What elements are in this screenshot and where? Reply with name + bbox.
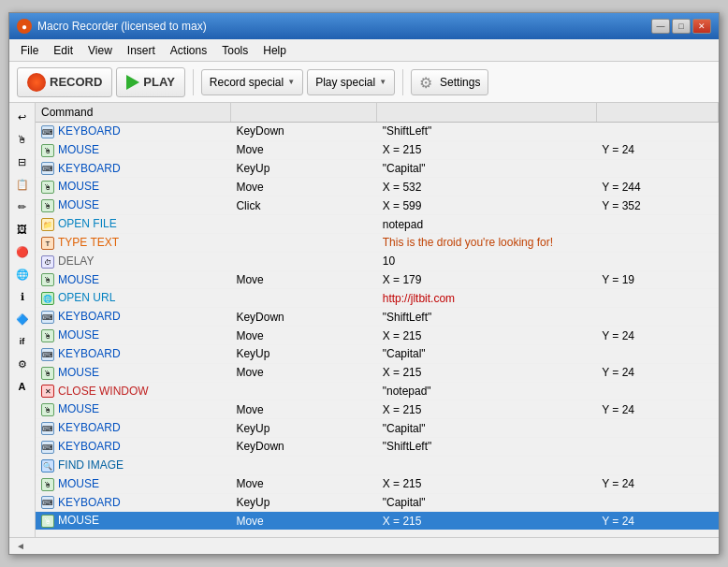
cell-action [230, 233, 376, 252]
row-icon: 📁 [41, 218, 54, 231]
table-row[interactable]: 🖱MOUSEMoveX = 215Y = 24 [36, 363, 719, 382]
table-row[interactable]: 🖱MOUSEMoveX = 215Y = 24 [36, 400, 719, 419]
cell-command-text: TYPE TEXT [58, 236, 119, 249]
play-button[interactable]: PLAY [116, 67, 184, 97]
table-row[interactable]: ⌨KEYBOARDKeyUp"Capital" [36, 419, 719, 438]
record-special-button[interactable]: Record special ▼ [201, 69, 303, 95]
row-icon: 🖱 [41, 367, 54, 380]
table-row[interactable]: 🖱MOUSEMoveX = 215Y = 24 [36, 474, 719, 493]
left-tool-shape[interactable]: 🔷 [12, 309, 33, 329]
menu-help[interactable]: Help [255, 42, 294, 59]
cell-command-text: MOUSE [58, 180, 99, 193]
menu-file[interactable]: File [13, 42, 46, 59]
column-header-param1 [377, 103, 596, 123]
left-tool-text[interactable]: A [12, 376, 33, 397]
cell-param1: "notepad" [377, 382, 596, 400]
play-label: PLAY [143, 75, 174, 89]
cell-command: ⏱DELAY [36, 252, 230, 270]
maximize-button[interactable]: □ [672, 19, 691, 34]
cell-param1: X = 215 [377, 512, 596, 531]
play-special-button[interactable]: Play special ▼ [307, 69, 395, 95]
table-row[interactable]: ⌨KEYBOARDKeyUp"Capital" [36, 344, 719, 363]
cell-param2 [596, 289, 718, 308]
table-row[interactable]: 🖱MOUSEMoveX = 215Y = 24 [36, 512, 719, 531]
cell-command-text: OPEN URL [58, 291, 115, 304]
command-table: Command ⌨KEYBOARDKeyDown"ShiftLeft"🖱MOUS… [36, 103, 719, 531]
table-container[interactable]: Command ⌨KEYBOARDKeyDown"ShiftLeft"🖱MOUS… [36, 103, 719, 537]
menu-edit[interactable]: Edit [46, 42, 80, 59]
cell-command: 🔍FIND IMAGE [36, 456, 230, 474]
table-row[interactable]: ⏱DELAY10 [36, 252, 719, 270]
close-button[interactable]: ✕ [692, 19, 711, 34]
cell-param1: X = 215 [377, 327, 596, 345]
row-icon: ✕ [41, 385, 54, 398]
cell-param1: http://jltbit.com [377, 289, 596, 308]
table-row[interactable]: 🖱MOUSEMoveX = 532Y = 244 [36, 178, 719, 196]
left-tool-record[interactable]: 🔴 [12, 241, 33, 262]
left-tool-minus[interactable]: ⊟ [12, 152, 33, 172]
menu-tools[interactable]: Tools [214, 42, 255, 59]
cell-command-text: MOUSE [58, 328, 99, 342]
table-row[interactable]: ⌨KEYBOARDKeyDown"ShiftLeft" [36, 308, 719, 327]
cell-command-text: KEYBOARD [58, 162, 121, 175]
left-tool-image[interactable]: 🖼 [12, 219, 33, 240]
table-row[interactable]: 🖱MOUSEMoveX = 215Y = 24 [36, 327, 719, 345]
table-row[interactable]: ✕CLOSE WINDOW"notepad" [36, 382, 719, 400]
left-tool-undo[interactable]: ↩ [12, 107, 33, 127]
table-row[interactable]: 🖱MOUSEMoveX = 179Y = 19 [36, 270, 719, 289]
table-row[interactable]: ⌨KEYBOARDKeyDown"ShiftLeft" [36, 438, 719, 457]
left-tool-if[interactable]: if [12, 331, 33, 352]
left-tool-gear[interactable]: ⚙ [12, 354, 33, 374]
menu-actions[interactable]: Actions [163, 42, 214, 59]
cell-action: KeyUp [230, 419, 376, 438]
toolbar: RECORD PLAY Record special ▼ Play specia… [9, 62, 719, 103]
cell-command-text: OPEN FILE [58, 217, 117, 230]
table-row[interactable]: TTYPE TEXTThis is the droid you're looki… [36, 233, 719, 252]
table-row[interactable]: 🖱MOUSEClickX = 599Y = 352 [36, 196, 719, 215]
cell-command-text: DELAY [58, 254, 94, 268]
table-row[interactable]: ⌨KEYBOARDKeyUp"Capital" [36, 493, 719, 512]
cell-param2: Y = 19 [596, 270, 718, 289]
cell-command: ⌨KEYBOARD [36, 419, 230, 438]
row-icon: 🖱 [41, 515, 54, 528]
cell-command: ✕CLOSE WINDOW [36, 382, 230, 400]
left-tool-edit[interactable]: ✏ [12, 196, 33, 217]
minimize-button[interactable]: — [651, 19, 670, 34]
menu-insert[interactable]: Insert [120, 42, 163, 59]
table-row[interactable]: 🌐OPEN URLhttp://jltbit.com [36, 289, 719, 308]
scroll-left[interactable]: ◄ [13, 539, 28, 554]
cell-param2: Y = 244 [596, 178, 718, 196]
table-row[interactable]: ⌨KEYBOARDKeyUp"Capital" [36, 159, 719, 178]
cell-param1: X = 599 [377, 196, 596, 215]
cell-action: KeyUp [230, 159, 376, 178]
row-icon: 🖱 [41, 199, 54, 212]
cell-command-text: MOUSE [58, 143, 99, 156]
left-tool-web[interactable]: 🌐 [12, 264, 33, 284]
cell-action: KeyUp [230, 493, 376, 512]
cell-command-text: KEYBOARD [58, 440, 121, 453]
cell-command: 🖱MOUSE [36, 400, 230, 419]
title-bar: ● Macro Recorder (licensed to max) — □ ✕ [9, 13, 719, 39]
cell-action: KeyDown [230, 123, 376, 141]
cell-param1: X = 215 [377, 400, 596, 419]
table-row[interactable]: 📁OPEN FILEnotepad [36, 215, 719, 234]
cell-action: Move [230, 400, 376, 419]
cell-param1: "Capital" [377, 493, 596, 512]
cell-command-text: CLOSE WINDOW [58, 385, 149, 398]
cell-param2 [596, 215, 718, 234]
left-tool-mouse[interactable]: 🖱 [12, 129, 33, 150]
table-row[interactable]: 🔍FIND IMAGE [36, 456, 719, 474]
toolbar-divider [193, 69, 194, 95]
bottom-bar: ◄ [9, 537, 719, 554]
left-tool-info[interactable]: ℹ [12, 286, 33, 307]
cell-param2: Y = 24 [596, 140, 718, 159]
table-row[interactable]: 🖱MOUSEMoveX = 215Y = 24 [36, 140, 719, 159]
table-row[interactable]: ⌨KEYBOARDKeyDown"ShiftLeft" [36, 123, 719, 141]
left-tool-copy[interactable]: 📋 [12, 174, 33, 195]
record-button[interactable]: RECORD [17, 67, 112, 97]
settings-button[interactable]: ⚙ Settings [411, 69, 488, 95]
cell-param1 [377, 456, 596, 474]
menu-view[interactable]: View [80, 42, 120, 59]
cell-command: 🖱MOUSE [36, 140, 230, 159]
cell-command: TTYPE TEXT [36, 233, 230, 252]
